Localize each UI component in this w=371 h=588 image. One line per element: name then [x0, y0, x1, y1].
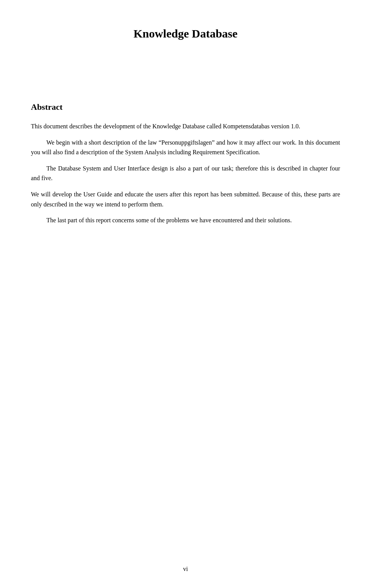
page-title: Knowledge Database [31, 27, 340, 40]
abstract-section: Abstract This document describes the dev… [31, 102, 340, 225]
page: Knowledge Database Abstract This documen… [0, 0, 371, 588]
abstract-heading: Abstract [31, 102, 340, 112]
abstract-paragraph-1: This document describes the development … [31, 121, 340, 131]
abstract-paragraph-3: The Database System and User Interface d… [31, 164, 340, 183]
abstract-paragraph-4: We will develop the User Guide and educa… [31, 189, 340, 209]
page-number: vi [183, 566, 188, 573]
abstract-paragraph-5: The last part of this report concerns so… [31, 215, 340, 225]
abstract-paragraph-2: We begin with a short description of the… [31, 138, 340, 157]
